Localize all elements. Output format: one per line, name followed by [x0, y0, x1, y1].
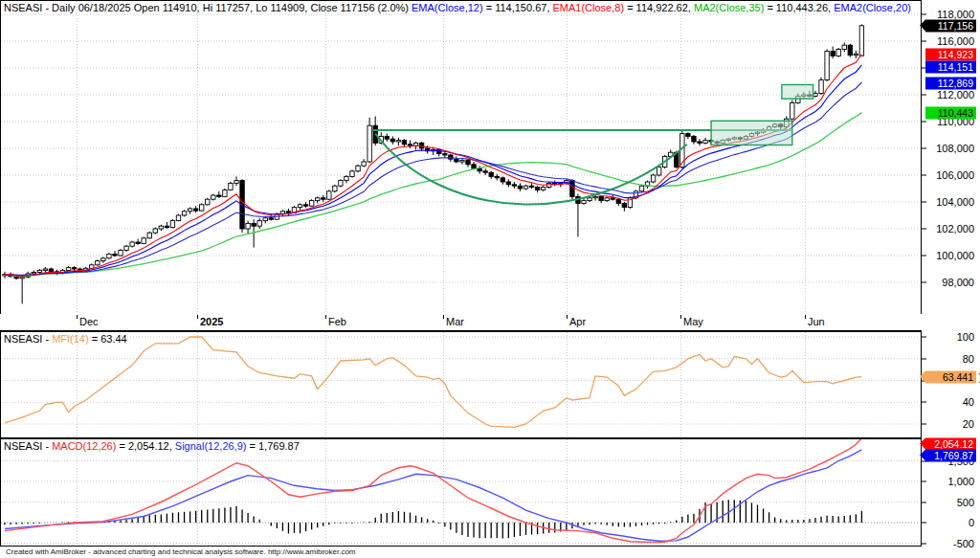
month-label-mar[interactable]: Mar: [446, 316, 464, 327]
mfi-axis-label: 40: [963, 396, 974, 408]
mfi-chart[interactable]: [0, 331, 922, 438]
title-ma35-label: MA2(Close,35): [694, 2, 764, 13]
title-ma35-value: = 110,443.26,: [764, 2, 834, 13]
axis-tick: [922, 256, 926, 257]
amibroker-credit-text: Created with AmiBroker - advanced charti…: [6, 547, 356, 556]
title-symbol-ohlc: NSEASI - Daily 06/18/2025 Open 114910, H…: [4, 2, 412, 13]
month-tick: [77, 315, 78, 319]
mfi-axis-label: 20: [963, 418, 974, 430]
price-axis-label: 108,000: [936, 143, 974, 154]
macd-axis-label: 1,000: [947, 476, 974, 487]
axis-tick: [922, 202, 926, 203]
axis-tick: [922, 282, 926, 283]
axis-tick: [922, 337, 926, 338]
mfi-title-symbol: NSEASI -: [4, 333, 52, 345]
mfi-value-badge: 63.441: [925, 371, 976, 384]
signal-value-badge: 1,769.87: [925, 450, 976, 462]
month-tick: [197, 315, 198, 319]
price-axis-label: 102,000: [936, 223, 974, 234]
macd-title-signal-label: Signal(12,26,9): [175, 440, 247, 452]
month-tick: [805, 315, 806, 319]
macd-pane-title: NSEASI - MACD(12,26) = 2,054.12, Signal(…: [4, 440, 300, 452]
macd-axis-label: 500: [957, 497, 974, 508]
amibroker-chart-window: NSEASI - Daily 06/18/2025 Open 114910, H…: [0, 0, 980, 558]
badge-arrow: [920, 20, 925, 32]
month-label-apr[interactable]: Apr: [569, 316, 586, 327]
month-tick: [567, 315, 568, 319]
mfi-title-indicator: MFI(14): [52, 333, 89, 345]
macd-axis-label: 0: [969, 517, 974, 528]
month-tick: [443, 315, 444, 319]
month-label-dec[interactable]: Dec: [79, 316, 99, 327]
price-axis-label: 98,000: [942, 277, 974, 288]
axis-tick: [922, 122, 926, 123]
axis-tick: [922, 229, 926, 230]
price-axis-label: 112,000: [937, 89, 974, 100]
badge-arrow: [920, 371, 925, 383]
mfi-axis-label: 100: [957, 331, 974, 343]
value-axis-column[interactable]: 118,000116,000112,000110,000108,000106,0…: [922, 0, 980, 558]
candlestick-series: [3, 24, 864, 303]
macd-title-symbol: NSEASI -: [4, 440, 52, 452]
ma-value-badge: 110,443: [925, 107, 976, 120]
price-axis-label: 118,000: [937, 9, 974, 20]
axis-tick: [922, 523, 926, 524]
last-price-badge: 117,156: [925, 20, 976, 33]
title-ema8-value: = 114,922.62,: [624, 2, 694, 13]
badge-arrow: [920, 438, 925, 450]
title-ema8-label: EMA1(Close,8): [553, 2, 625, 13]
mfi-title-value: = 63.44: [89, 333, 127, 345]
month-label-2025[interactable]: 2025: [200, 316, 223, 327]
ma-value-badge: 114,151: [925, 61, 976, 74]
axis-tick: [922, 481, 926, 482]
title-ema20-label: EMA2(Close,20): [834, 2, 911, 13]
axis-tick: [922, 543, 926, 544]
axis-tick: [922, 175, 926, 176]
axis-tick: [922, 148, 926, 149]
badge-arrow: [920, 450, 925, 461]
price-axis-label: 104,000: [936, 196, 974, 208]
macd-chart[interactable]: [0, 438, 922, 547]
mfi-axis-label: 80: [963, 353, 974, 365]
axis-tick: [922, 424, 926, 425]
price-axis-label: 116,000: [937, 35, 974, 47]
month-label-feb[interactable]: Feb: [328, 316, 346, 327]
month-label-may[interactable]: May: [683, 316, 703, 327]
month-label-jun[interactable]: Jun: [808, 316, 825, 327]
macd-title-indicator: MACD(12,26): [52, 440, 116, 452]
month-tick: [680, 315, 681, 319]
price-axis-label: 106,000: [936, 169, 974, 181]
axis-tick: [922, 14, 926, 15]
axis-tick: [922, 358, 926, 359]
axis-tick: [922, 402, 926, 403]
price-axis-label: 100,000: [936, 250, 974, 261]
mfi-pane-title: NSEASI - MFI(14) = 63.44: [4, 333, 127, 345]
price-pane-title: NSEASI - Daily 06/18/2025 Open 114910, H…: [4, 2, 911, 13]
price-chart[interactable]: [0, 0, 922, 315]
ma-value-badge: 112,869: [925, 78, 976, 90]
axis-tick: [922, 95, 926, 96]
macd-title-value: = 2,054.12,: [116, 440, 174, 452]
month-tick: [325, 315, 326, 319]
axis-tick: [922, 41, 926, 42]
title-ema12-label: EMA(Close,12): [412, 2, 483, 13]
macd-axis-label: -500: [953, 538, 974, 549]
title-ema12-value: = 114,150.67,: [483, 2, 553, 13]
axis-tick: [922, 502, 926, 502]
macd-title-signal-value: = 1,769.87: [246, 440, 299, 452]
ma-value-badge: 114,923: [925, 49, 976, 61]
